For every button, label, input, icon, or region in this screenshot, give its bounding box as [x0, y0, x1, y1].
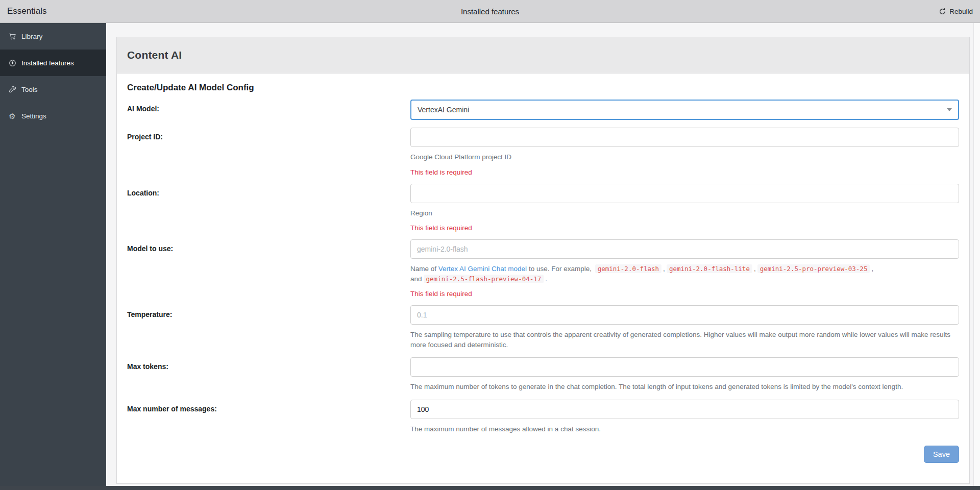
field-help: The sampling temperature to use that con…: [410, 330, 959, 350]
sidebar-item-label: Library: [21, 33, 42, 40]
refresh-icon: [939, 8, 946, 15]
content-ai-card: Content AI Create/Update AI Model Config…: [116, 37, 970, 484]
code-model-example: gemini-2.5-pro-preview-03-25: [757, 264, 870, 273]
ai-model-selected-value: VertexAI Gemini: [418, 106, 469, 114]
sidebar-item-installed-features[interactable]: Installed features: [0, 50, 106, 76]
field-help: Google Cloud Platform project ID: [410, 152, 959, 162]
field-row-location: Location: Region This field is required: [127, 184, 959, 232]
page-title: Installed features: [0, 7, 980, 16]
vertex-ai-gemini-chat-model-link[interactable]: Vertex AI Gemini Chat model: [438, 265, 527, 273]
model-to-use-input[interactable]: [410, 239, 959, 259]
gear-icon: ⚙: [8, 112, 16, 120]
sidebar-item-tools[interactable]: Tools: [0, 76, 106, 103]
rebuild-button[interactable]: Rebuild: [939, 8, 973, 15]
temperature-input[interactable]: [410, 305, 959, 325]
chevron-down-icon: [947, 108, 952, 111]
location-input[interactable]: [410, 184, 959, 203]
main-area: Content AI Create/Update AI Model Config…: [106, 23, 980, 490]
field-row-ai-model: AI Model: VertexAI Gemini: [127, 100, 959, 120]
field-label: Max number of messages:: [127, 400, 410, 434]
field-label: Project ID:: [127, 128, 410, 176]
field-help: The maximum number of tokens to generate…: [410, 382, 959, 392]
field-label: Max tokens:: [127, 357, 410, 392]
field-label: AI Model:: [127, 100, 410, 120]
field-row-max-tokens: Max tokens: The maximum number of tokens…: [127, 357, 959, 392]
field-error: This field is required: [410, 168, 959, 176]
rebuild-label: Rebuild: [949, 8, 973, 15]
form-title: Create/Update AI Model Config: [127, 83, 959, 93]
sidebar: Library Installed features Tools ⚙ Setti…: [0, 23, 106, 490]
code-model-example: gemini-2.5-flash-preview-04-17: [424, 275, 544, 283]
field-label: Model to use:: [127, 239, 410, 298]
sidebar-item-label: Tools: [21, 86, 38, 93]
field-error: This field is required: [410, 290, 959, 298]
field-row-model-to-use: Model to use: Name of Vertex AI Gemini C…: [127, 239, 959, 298]
field-label: Location:: [127, 184, 410, 232]
form-body: Create/Update AI Model Config AI Model: …: [117, 74, 969, 483]
app-title: Essentials: [7, 6, 46, 16]
cart-icon: [8, 32, 16, 40]
code-model-example: gemini-2.0-flash: [595, 264, 662, 273]
field-error: This field is required: [410, 224, 959, 232]
code-model-example: gemini-2.0-flash-lite: [667, 264, 752, 273]
sidebar-item-label: Settings: [21, 112, 46, 120]
field-row-temperature: Temperature: The sampling temperature to…: [127, 305, 959, 350]
wrench-icon: [8, 85, 16, 93]
sidebar-item-label: Installed features: [21, 59, 74, 67]
save-button[interactable]: Save: [924, 446, 959, 463]
field-row-project-id: Project ID: Google Cloud Platform projec…: [127, 128, 959, 176]
section-title: Content AI: [127, 49, 959, 61]
field-label: Temperature:: [127, 305, 410, 350]
circle-down-arrow-icon: [8, 59, 16, 67]
max-messages-input[interactable]: [410, 400, 959, 419]
window-bottom-edge: [0, 486, 980, 490]
max-tokens-input[interactable]: [410, 357, 959, 377]
field-help: Name of Vertex AI Gemini Chat model to u…: [410, 264, 959, 284]
ai-model-select[interactable]: VertexAI Gemini: [410, 100, 959, 120]
project-id-input[interactable]: [410, 128, 959, 147]
sidebar-item-settings[interactable]: ⚙ Settings: [0, 103, 106, 129]
section-header: Content AI: [117, 37, 969, 74]
sidebar-item-library[interactable]: Library: [0, 23, 106, 50]
field-help: Region: [410, 208, 959, 218]
top-bar: Essentials Installed features Rebuild: [0, 0, 980, 23]
field-row-max-messages: Max number of messages: The maximum numb…: [127, 400, 959, 434]
field-help: The maximum number of messages allowed i…: [410, 424, 959, 434]
scrollbar[interactable]: [973, 23, 980, 486]
